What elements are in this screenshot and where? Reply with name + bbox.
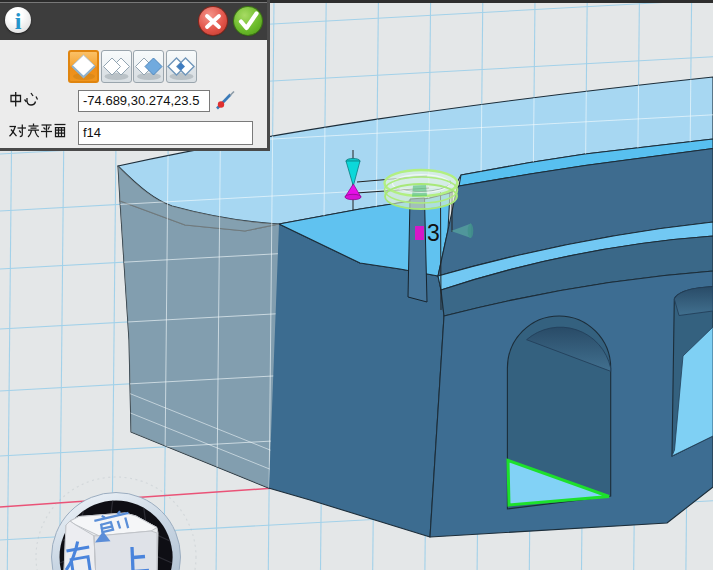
svg-text:3: 3 [427,220,440,246]
